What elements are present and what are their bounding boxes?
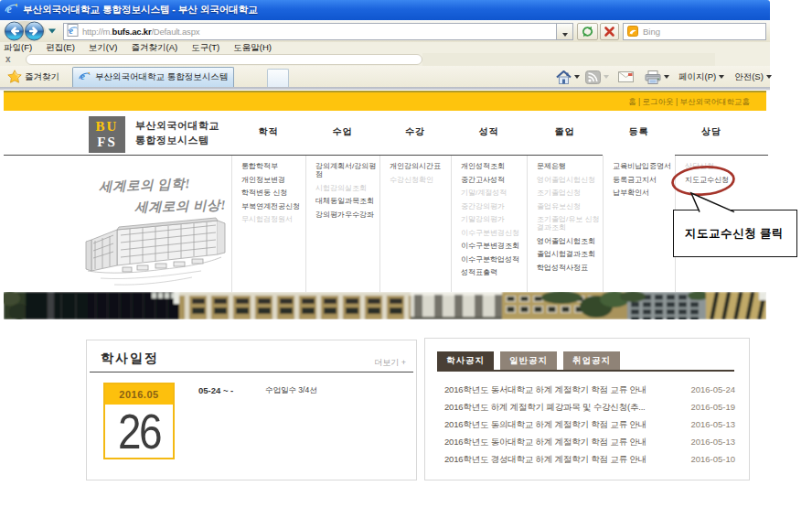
menu-item-5[interactable]: 도움말(H) <box>233 42 272 54</box>
mega-menu: 세계로의 입학! 세계로의 비상! 통합학적부개인정보변경학적변동 신청부복연계… <box>4 156 766 292</box>
notice-tab-취업공지[interactable]: 취업공지 <box>563 351 620 370</box>
menu-link-수강신청확인[interactable]: 수강신청확인 <box>390 176 448 184</box>
mail-button[interactable] <box>618 71 634 82</box>
menu-link-문제은행[interactable]: 문제은행 <box>537 162 600 170</box>
menu-link-교육비납입증명서[interactable]: 교육비납입증명서 <box>613 162 672 170</box>
notice-row[interactable]: 2016학년도 동서대학교 하계 계절학기 학점 교류 안내2016-05-24 <box>444 384 735 398</box>
menu-link-개인강의시간표[interactable]: 개인강의시간표 <box>390 162 448 170</box>
dropdown-arrow-icon <box>664 75 669 79</box>
schedule-card: 학사일정 더보기 + 2016.05 26 05-24 ~ - 수업일수 3/4… <box>86 340 417 480</box>
notice-row[interactable]: 2016학년도 동의대학교 하계 계절학기 학점 교류 안내2016-05-13 <box>444 419 735 433</box>
window-titlebar: e 부산외국어대학교 통합정보시스템 - 부산 외국어대학교 <box>0 0 770 20</box>
menu-link-학적변동 신청[interactable]: 학적변동 신청 <box>241 189 303 197</box>
nav-item-등록[interactable]: 등록 <box>603 125 675 138</box>
notice-title[interactable]: 2016학년도 동서대학교 하계 계절학기 학점 교류 안내 <box>444 384 646 396</box>
menu-link-기말/계절성적[interactable]: 기말/계절성적 <box>461 189 524 197</box>
menu-link-강의계획서/강의평점[interactable]: 강의계획서/강의평점 <box>315 162 377 178</box>
menu-link-무시험검정원서[interactable]: 무시험검정원서 <box>241 215 303 223</box>
home-dropdown[interactable] <box>574 75 580 79</box>
utility-link-1[interactable]: 로그아웃 <box>643 97 674 106</box>
menu-link-졸업유보신청[interactable]: 졸업유보신청 <box>537 202 600 211</box>
nav-item-졸업[interactable]: 졸업 <box>527 125 603 138</box>
utility-separator: | <box>674 97 680 106</box>
favorites-button[interactable]: 즐겨찾기 <box>25 71 59 83</box>
menu-link-통합학적부[interactable]: 통합학적부 <box>241 162 303 170</box>
menu-link-성적표출력[interactable]: 성적표출력 <box>461 268 524 276</box>
address-bar[interactable]: e http://m.bufs.ac.kr/Default.aspx <box>63 23 557 40</box>
print-button[interactable] <box>645 70 661 84</box>
print-dropdown[interactable] <box>664 75 669 79</box>
browser-tab[interactable]: e 부산외국어대학교 통합정보시스템 <box>72 67 234 87</box>
menu-link-강의평가우수강좌[interactable]: 강의평가우수강좌 <box>315 211 377 219</box>
event-date-range: 05-24 ~ - <box>198 385 233 395</box>
menu-link-지도교수신청[interactable]: 지도교수신청 <box>685 176 745 184</box>
nav-item-학적[interactable]: 학적 <box>231 125 305 138</box>
menu-item-2[interactable]: 보기(V) <box>89 42 118 54</box>
favorites-tab-bar: 즐겨찾기 e 부산외국어대학교 통합정보시스템 페이지(P)안전(S) <box>0 66 770 87</box>
utility-link-2[interactable]: 부산외국어대학교홈 <box>680 97 751 106</box>
menu-link-중간강의평가[interactable]: 중간강의평가 <box>461 202 524 211</box>
menu-item-4[interactable]: 도구(T) <box>191 42 219 54</box>
menu-link-시험강의실조회[interactable]: 시험강의실조회 <box>315 184 377 192</box>
safety-menu-dropdown[interactable] <box>766 75 772 79</box>
menu-link-중간고사성적[interactable]: 중간고사성적 <box>461 176 524 184</box>
refresh-button[interactable] <box>577 23 598 40</box>
utility-link-0[interactable]: 홈 <box>628 97 636 106</box>
campus-photo-strip <box>4 292 766 319</box>
menu-link-납부확인서[interactable]: 납부확인서 <box>613 189 672 197</box>
menu-link-상담신청[interactable]: 상담신청 <box>685 162 745 170</box>
notice-title[interactable]: 2016학년도 경성대학교 하계 계절학기 학점 교류 안내 <box>444 454 646 466</box>
notice-tab-학사공지[interactable]: 학사공지 <box>437 351 494 370</box>
toolbar-patch <box>422 53 715 66</box>
notice-title[interactable]: 2016학년도 하계 계절학기 폐강과목 및 수강신청(추... <box>444 402 646 414</box>
event-note: 수업일수 3/4선 <box>265 385 317 396</box>
menu-item-3[interactable]: 즐겨찾기(A) <box>131 42 177 54</box>
nav-item-수업[interactable]: 수업 <box>305 125 379 138</box>
svg-text:e: e <box>69 25 74 35</box>
menu-link-이수구분변경신청[interactable]: 이수구분변경신청 <box>461 229 524 237</box>
nav-item-성적[interactable]: 성적 <box>451 125 527 138</box>
menu-column-학적: 통합학적부개인정보변경학적변동 신청부복연계전공신청무시험검정원서 <box>231 156 305 292</box>
menu-link-이수구분학업성적[interactable]: 이수구분학업성적 <box>461 255 524 264</box>
menu-link-등록금고지서[interactable]: 등록금고지서 <box>613 176 672 184</box>
stop-button[interactable] <box>600 23 619 40</box>
new-tab-button[interactable] <box>267 69 289 87</box>
page-menu-dropdown[interactable] <box>719 75 724 79</box>
menu-column-등록: 교육비납입증명서등록금고지서납부확인서 <box>603 156 675 292</box>
nav-item-상담[interactable]: 상담 <box>675 125 748 138</box>
page-menu-button[interactable]: 페이지(P) <box>678 71 716 83</box>
window-title: 부산외국어대학교 통합정보시스템 - 부산 외국어대학교 <box>23 4 258 16</box>
browser-menubar: 파일(F)편집(E)보기(V)즐겨찾기(A)도구(T)도움말(H) <box>0 42 770 53</box>
safety-menu-button[interactable]: 안전(S) <box>734 71 764 83</box>
notice-row[interactable]: 2016학년도 하계 계절학기 폐강과목 및 수강신청(추...2016-05-… <box>444 402 735 416</box>
notice-tab-일반공지[interactable]: 일반공지 <box>500 351 557 370</box>
menu-item-1[interactable]: 편집(E) <box>46 42 75 54</box>
menu-link-이수구분변경조회[interactable]: 이수구분변경조회 <box>461 242 524 250</box>
calendar-widget: 2016.05 26 <box>103 383 175 459</box>
schedule-title: 학사일정 <box>101 351 159 367</box>
schedule-more-link[interactable]: 더보기 + <box>374 357 406 369</box>
menu-link-조기졸업신청[interactable]: 조기졸업신청 <box>537 189 600 197</box>
home-button[interactable] <box>556 70 572 84</box>
menu-link-조기졸업/유보 신청 결과조회[interactable]: 조기졸업/유보 신청 결과조회 <box>537 215 600 232</box>
menu-link-학업성적사정표[interactable]: 학업성적사정표 <box>537 264 600 272</box>
address-dropdown-button[interactable] <box>557 23 573 40</box>
menu-item-0[interactable]: 파일(F) <box>4 42 32 54</box>
menu-link-영어졸업시험신청[interactable]: 영어졸업시험신청 <box>537 176 600 184</box>
notice-title[interactable]: 2016학년도 동의대학교 하계 계절학기 학점 교류 안내 <box>444 419 646 431</box>
notice-row[interactable]: 2016학년도 경성대학교 하계 계절학기 학점 교류 안내2016-05-10 <box>444 454 735 468</box>
notice-title[interactable]: 2016학년도 동아대학교 하계 계절학기 학점 교류 안내 <box>444 437 646 448</box>
menu-link-영어졸업시험조회[interactable]: 영어졸업시험조회 <box>537 237 600 245</box>
schedule-divider <box>90 372 413 372</box>
menu-link-부복연계전공신청[interactable]: 부복연계전공신청 <box>241 202 303 211</box>
menu-link-개인성적조회[interactable]: 개인성적조회 <box>461 162 524 170</box>
toolbar-close-button[interactable]: x <box>5 54 11 64</box>
menu-link-대체동일과목조회[interactable]: 대체동일과목조회 <box>315 197 377 205</box>
menu-link-개인정보변경[interactable]: 개인정보변경 <box>241 176 303 184</box>
search-box[interactable]: Bing <box>623 23 766 40</box>
menu-link-졸업시험결과조회[interactable]: 졸업시험결과조회 <box>537 250 600 258</box>
menu-link-기말강의평가[interactable]: 기말강의평가 <box>461 215 524 223</box>
notice-row[interactable]: 2016학년도 동아대학교 하계 계절학기 학점 교류 안내2016-05-13 <box>444 437 735 450</box>
nav-item-수강[interactable]: 수강 <box>379 125 451 138</box>
command-label: 안전(S) <box>734 71 764 83</box>
